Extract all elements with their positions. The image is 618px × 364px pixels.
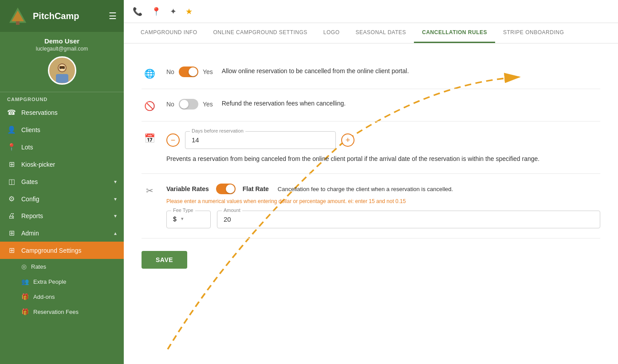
sidebar-item-extra-people[interactable]: 👥 Extra People [0,274,124,289]
svg-rect-2 [16,21,20,25]
app-logo [7,5,28,27]
sidebar-header: PitchCamp ☰ [0,0,124,32]
svg-point-9 [63,68,64,69]
sidebar-item-addons[interactable]: 🎁 Add-ons [0,289,124,304]
fee-note-value: 0.15 [395,198,405,204]
user-email: luclegault@gmail.com [7,46,117,52]
sidebar-item-rates[interactable]: ◎ Rates [0,259,124,274]
flat-rate-label: Flat Rate [243,185,269,192]
sidebar-item-label: Clients [21,126,117,133]
tab-seasonal-dates[interactable]: SEASONAL DATES [348,23,414,43]
tab-cancellation-rules[interactable]: CANCELLATION RULES [414,23,495,43]
sidebar-item-clients[interactable]: 👤 Clients [0,121,124,138]
app-name: PitchCamp [33,11,79,21]
sidebar-item-reports[interactable]: 🖨 Reports ▾ [0,207,124,224]
tab-online-campground-settings[interactable]: ONLINE CAMPGROUND SETTINGS [205,23,315,43]
admin-icon: ⊞ [7,229,16,237]
svg-rect-5 [56,74,68,83]
chevron-down-icon: ▾ [114,179,117,185]
amount-value: 20 [224,215,231,223]
refund-no-label: No [166,101,174,108]
config-icon: ⚙ [7,195,16,203]
sidebar-item-label: Rates [31,263,46,270]
settings-container: 🌐 No Yes Allow online reservation to be … [142,57,600,269]
fee-type-label: Fee Type [171,207,195,213]
location-pin-icon: 📍 [7,143,16,151]
content-area: 🌐 No Yes Allow online reservation to be … [124,43,618,364]
cancellation-fee-row: ✂ Variable Rates Flat Rate Cancellation … [142,174,600,239]
sidebar-item-gates[interactable]: ◫ Gates ▾ [0,173,124,190]
tab-campground-info[interactable]: CAMPGROUND INFO [133,23,205,43]
tab-logo[interactable]: LOGO [315,23,348,43]
globe-icon: 🌐 [142,67,157,79]
fee-note: Please enter a numerical values when ent… [166,198,600,205]
sidebar-item-label: Add-ons [33,294,55,300]
fee-note-prefix: Please enter a numerical values when ent… [166,198,394,204]
increment-days-button[interactable]: + [341,133,354,147]
refund-fees-toggle[interactable] [179,99,198,110]
allow-cancel-toggle[interactable] [179,67,198,77]
kiosk-icon: ⊞ [7,160,16,168]
allow-cancel-controls: No Yes [166,67,213,77]
sidebar-item-label: Config [21,196,109,203]
main-content: 📞 📍 ✦ ★ CAMPGROUND INFO ONLINE CAMPGROUN… [124,0,618,364]
variable-rates-label: Variable Rates [166,185,209,192]
calendar-icon: 📅 [142,131,157,144]
gates-icon: ◫ [7,177,16,186]
sidebar-item-label: Lots [21,144,117,151]
allow-cancel-no-label: No [166,68,174,75]
sidebar-item-admin[interactable]: ⊞ Admin ▴ [0,224,124,242]
hamburger-icon[interactable]: ☰ [109,11,117,21]
fee-inputs-row: Fee Type $ ▾ Amount 20 [166,211,600,228]
extra-people-icon: 👥 [21,278,29,285]
decrement-days-button[interactable]: − [166,133,180,147]
clients-icon: 👤 [7,125,16,134]
sidebar-item-kiosk[interactable]: ⊞ Kiosk-picker [0,156,124,173]
sidebar-item-label: Gates [21,178,109,185]
variable-flat-toggle[interactable] [216,184,236,194]
sidebar-item-reservations[interactable]: ☎ Reservations [0,104,124,121]
toolbar: 📞 📍 ✦ ★ [124,0,618,23]
toggle-knob [189,67,197,76]
variable-flat-row: Variable Rates Flat Rate Cancellation fe… [166,184,600,194]
fee-type-select[interactable]: Fee Type $ ▾ [166,211,211,228]
sidebar-item-reservation-fees[interactable]: 🎁 Reservation Fees [0,304,124,319]
allow-cancel-description: Allow online reservation to be cancelled… [222,67,600,76]
fee-section: Variable Rates Flat Rate Cancellation fe… [166,184,600,228]
days-before-value: 14 [192,136,199,144]
sidebar-item-label: Reports [21,212,109,219]
sidebar-item-label: Admin [21,230,109,237]
puzzle-toolbar-icon[interactable]: ✦ [170,7,177,16]
sidebar: PitchCamp ☰ Demo User luclegault@gmail.c… [0,0,124,364]
star-toolbar-icon[interactable]: ★ [185,7,193,16]
sidebar-item-lots[interactable]: 📍 Lots [0,138,124,156]
fee-description: Cancellation fee to charge the client wh… [278,186,453,192]
addons-icon: 🎁 [21,293,29,300]
phone-icon: ☎ [7,108,16,117]
days-before-row: 📅 − Days before reservation 14 + Prevent… [142,121,600,174]
chevron-up-icon: ▴ [114,230,117,236]
allow-cancel-row: 🌐 No Yes Allow online reservation to be … [142,57,600,89]
no-tag-icon: 🚫 [142,99,157,111]
tab-stripe-onboarding[interactable]: STRIPE ONBOARDING [495,23,572,43]
sidebar-item-label: Reservations [21,109,117,116]
user-info: Demo User luclegault@gmail.com [0,32,124,92]
allow-cancel-yes-label: Yes [203,68,213,75]
sidebar-item-label: Kiosk-picker [21,161,117,168]
svg-point-8 [59,68,61,69]
sidebar-item-config[interactable]: ⚙ Config ▾ [0,190,124,207]
days-before-description: Prevents a reservation from being cancel… [166,154,600,164]
reports-icon: 🖨 [7,212,16,220]
save-button[interactable]: SAVE [142,251,187,269]
dropdown-arrow-icon: ▾ [181,216,184,222]
save-row: SAVE [142,251,600,269]
days-before-field: Days before reservation 14 [185,131,336,149]
sidebar-item-campground-settings[interactable]: ⊞ Campground Settings [0,242,124,259]
user-name: Demo User [7,37,117,45]
location-toolbar-icon[interactable]: 📍 [151,7,161,16]
fee-type-value: $ ▾ [173,215,204,223]
amount-field[interactable]: Amount 20 [217,211,600,228]
sidebar-section-label: CAMPGROUND [0,92,124,104]
phone-toolbar-icon[interactable]: 📞 [133,7,142,16]
refund-fees-row: 🚫 No Yes Refund the reservation fees whe… [142,89,600,121]
